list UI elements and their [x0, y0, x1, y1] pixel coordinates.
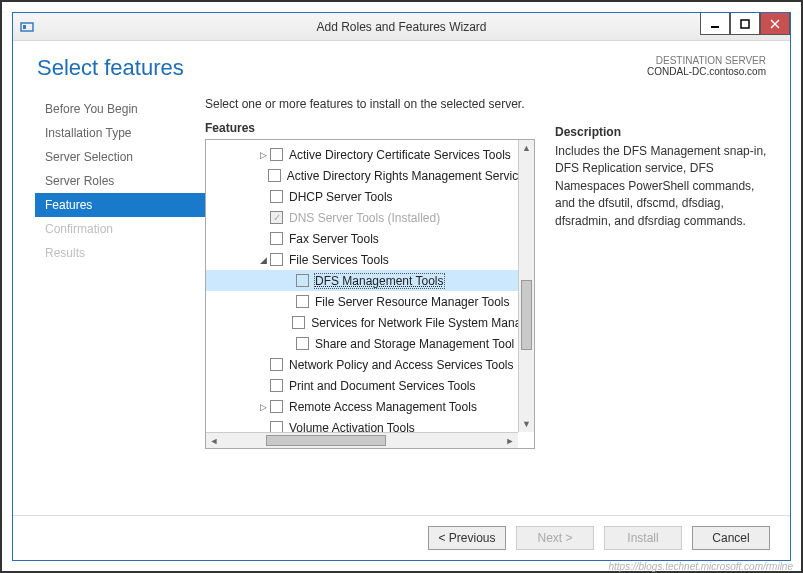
nav-step-features[interactable]: Features — [35, 193, 205, 217]
tree-item[interactable]: ✓DNS Server Tools (Installed) — [206, 207, 518, 228]
tree-item[interactable]: ◢File Services Tools — [206, 249, 518, 270]
checkbox[interactable] — [270, 379, 283, 392]
features-tree[interactable]: ▷Active Directory Certificate Services T… — [205, 139, 535, 449]
button-bar: < Previous Next > Install Cancel — [13, 515, 790, 560]
app-icon — [19, 19, 35, 35]
scroll-down-icon[interactable]: ▼ — [519, 416, 534, 432]
nav-step-confirmation: Confirmation — [35, 217, 205, 241]
cancel-button[interactable]: Cancel — [692, 526, 770, 550]
page-title: Select features — [37, 55, 184, 81]
nav-step-results: Results — [35, 241, 205, 265]
minimize-button[interactable] — [700, 13, 730, 35]
tree-item[interactable]: Active Directory Rights Management Servi… — [206, 165, 518, 186]
checkbox[interactable] — [270, 421, 283, 432]
nav-step-before-you-begin[interactable]: Before You Begin — [35, 97, 205, 121]
checkbox[interactable] — [296, 295, 309, 308]
horizontal-scrollbar[interactable]: ◄ ► — [206, 432, 518, 448]
close-button[interactable] — [760, 13, 790, 35]
header: Select features DESTINATION SERVER CONDA… — [13, 41, 790, 87]
scroll-up-icon[interactable]: ▲ — [519, 140, 534, 156]
wizard-window: Add Roles and Features Wizard Select fea… — [12, 12, 791, 561]
svg-rect-0 — [21, 23, 33, 31]
features-column: Select one or more features to install o… — [205, 97, 535, 513]
checkbox[interactable] — [292, 316, 305, 329]
scroll-thumb[interactable] — [521, 280, 532, 350]
tree-item[interactable]: DHCP Server Tools — [206, 186, 518, 207]
tree-item-label: File Services Tools — [289, 253, 389, 267]
install-button[interactable]: Install — [604, 526, 682, 550]
nav-steps: Before You BeginInstallation TypeServer … — [35, 91, 205, 513]
tree-item-label: Share and Storage Management Tool — [315, 337, 514, 351]
tree-item-label: Volume Activation Tools — [289, 421, 415, 433]
checkbox[interactable] — [270, 400, 283, 413]
window-title: Add Roles and Features Wizard — [13, 20, 790, 34]
scroll-left-icon[interactable]: ◄ — [206, 433, 222, 448]
tree-item-label: Network Policy and Access Services Tools — [289, 358, 514, 372]
nav-step-installation-type[interactable]: Installation Type — [35, 121, 205, 145]
features-label: Features — [205, 121, 535, 135]
tree-item[interactable]: File Server Resource Manager Tools — [206, 291, 518, 312]
tree-item[interactable]: Services for Network File System Managem… — [206, 312, 518, 333]
nav-step-server-roles[interactable]: Server Roles — [35, 169, 205, 193]
titlebar: Add Roles and Features Wizard — [13, 13, 790, 41]
tree-item[interactable]: Volume Activation Tools — [206, 417, 518, 432]
description-text: Includes the DFS Management snap-in, DFS… — [555, 143, 768, 230]
tree-item[interactable]: Fax Server Tools — [206, 228, 518, 249]
maximize-button[interactable] — [730, 13, 760, 35]
destination-label: DESTINATION SERVER — [647, 55, 766, 66]
svg-rect-3 — [741, 20, 749, 28]
tree-item[interactable]: Network Policy and Access Services Tools — [206, 354, 518, 375]
checkbox[interactable] — [270, 253, 283, 266]
hscroll-thumb[interactable] — [266, 435, 386, 446]
watermark-url: https://blogs.technet.microsoft.com/rmil… — [608, 561, 793, 572]
nav-step-server-selection[interactable]: Server Selection — [35, 145, 205, 169]
checkbox[interactable] — [296, 337, 309, 350]
next-button[interactable]: Next > — [516, 526, 594, 550]
tree-item-label: Active Directory Certificate Services To… — [289, 148, 511, 162]
scroll-right-icon[interactable]: ► — [502, 433, 518, 448]
body: Before You BeginInstallation TypeServer … — [13, 87, 790, 515]
previous-button[interactable]: < Previous — [428, 526, 506, 550]
checkbox[interactable] — [268, 169, 281, 182]
tree-item-label: Active Directory Rights Management Servi… — [287, 169, 518, 183]
destination-server: CONDAL-DC.contoso.com — [647, 66, 766, 77]
tree-item-label: Print and Document Services Tools — [289, 379, 476, 393]
tree-item-label: File Server Resource Manager Tools — [315, 295, 510, 309]
tree-item[interactable]: ▷Remote Access Management Tools — [206, 396, 518, 417]
tree-item-label: Remote Access Management Tools — [289, 400, 477, 414]
tree-item-label: DHCP Server Tools — [289, 190, 393, 204]
chevron-right-icon[interactable]: ▷ — [256, 150, 270, 160]
svg-rect-1 — [23, 25, 26, 29]
checkbox[interactable] — [296, 274, 309, 287]
tree-item-label: Services for Network File System Managem… — [311, 316, 518, 330]
tree-item[interactable]: DFS Management Tools — [206, 270, 518, 291]
instruction-text: Select one or more features to install o… — [205, 97, 535, 111]
checkbox[interactable] — [270, 358, 283, 371]
tree-item-label: Fax Server Tools — [289, 232, 379, 246]
checkbox[interactable] — [270, 190, 283, 203]
checkbox[interactable] — [270, 148, 283, 161]
chevron-down-icon[interactable]: ◢ — [256, 255, 270, 265]
tree-item[interactable]: ▷Active Directory Certificate Services T… — [206, 144, 518, 165]
description-column: Description Includes the DFS Management … — [555, 97, 768, 513]
checkbox: ✓ — [270, 211, 283, 224]
tree-item[interactable]: Share and Storage Management Tool — [206, 333, 518, 354]
main-area: Select one or more features to install o… — [205, 91, 768, 513]
tree-item-label: DFS Management Tools — [315, 274, 444, 288]
description-label: Description — [555, 125, 768, 139]
vertical-scrollbar[interactable]: ▲ ▼ — [518, 140, 534, 432]
checkbox[interactable] — [270, 232, 283, 245]
chevron-right-icon[interactable]: ▷ — [256, 402, 270, 412]
tree-item[interactable]: Print and Document Services Tools — [206, 375, 518, 396]
tree-item-label: DNS Server Tools (Installed) — [289, 211, 440, 225]
destination-server-box: DESTINATION SERVER CONDAL-DC.contoso.com — [647, 55, 766, 77]
